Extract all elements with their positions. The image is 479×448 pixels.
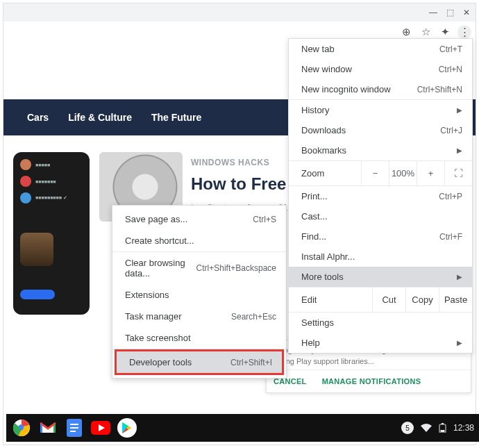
window-minimize-button[interactable]: — (428, 8, 438, 17)
submenu-extensions[interactable]: Extensions (112, 284, 286, 306)
menu-find[interactable]: Find...Ctrl+F (289, 226, 472, 247)
menu-cast[interactable]: Cast... (289, 206, 472, 226)
menu-help[interactable]: Help▶ (289, 333, 472, 353)
notification-count-badge[interactable]: 5 (401, 422, 414, 434)
edit-copy-button[interactable]: Copy (405, 288, 439, 312)
menu-print[interactable]: Print...Ctrl+P (289, 186, 472, 206)
fullscreen-button[interactable]: ⛶ (444, 161, 472, 185)
svg-rect-3 (70, 424, 78, 425)
wifi-icon (421, 424, 432, 432)
svg-rect-9 (440, 430, 444, 432)
nav-item-future[interactable]: The Future (151, 112, 201, 123)
chrome-main-menu: New tabCtrl+T New windowCtrl+N New incog… (288, 38, 473, 354)
submenu-task-manager[interactable]: Task managerSearch+Esc (112, 306, 286, 327)
notif-body: dating Play support libraries... (267, 357, 471, 370)
zoom-label: Zoom (289, 161, 361, 185)
edit-paste-button[interactable]: Paste (439, 288, 472, 312)
menu-new-tab[interactable]: New tabCtrl+T (289, 39, 472, 59)
play-store-app-icon[interactable] (117, 418, 137, 438)
edit-label: Edit (289, 288, 372, 312)
submenu-create-shortcut[interactable]: Create shortcut... (112, 230, 286, 251)
extensions-icon[interactable]: ✦ (438, 25, 452, 39)
menu-history[interactable]: History▶ (289, 100, 472, 120)
star-icon[interactable]: ☆ (419, 25, 432, 39)
battery-icon (439, 423, 446, 433)
gmail-app-icon[interactable] (38, 418, 58, 438)
submenu-clear-data[interactable]: Clear browsing data...Ctrl+Shift+Backspa… (112, 252, 286, 284)
more-menu-icon[interactable]: ⋮ (457, 25, 471, 39)
menu-bookmarks[interactable]: Bookmarks▶ (289, 140, 472, 160)
menu-edit: Edit Cut Copy Paste (289, 288, 472, 312)
nav-item-life[interactable]: Life & Culture (68, 112, 132, 123)
zoom-out-button[interactable]: − (361, 161, 389, 185)
zoom-value: 100% (389, 161, 417, 185)
shelf-taskbar: 5 12:38 (6, 414, 479, 442)
system-tray[interactable]: 5 12:38 (401, 422, 474, 434)
menu-incognito[interactable]: New incognito windowCtrl+Shift+N (289, 79, 472, 99)
more-tools-submenu: Save page as...Ctrl+S Create shortcut...… (112, 205, 287, 379)
submenu-save-page[interactable]: Save page as...Ctrl+S (112, 208, 286, 230)
zoom-in-button[interactable]: + (417, 161, 444, 185)
add-tab-icon[interactable]: ⊕ (399, 25, 413, 39)
phone-mock-image: ■■■■■ ■■■■■■■ ■■■■■■■■■ ✔ (13, 152, 90, 315)
window-maximize-button[interactable]: ⬚ (445, 8, 455, 17)
window-titlebar: — ⬚ ✕ (3, 3, 476, 22)
svg-rect-8 (442, 423, 444, 424)
window-close-button[interactable]: ✕ (462, 8, 471, 17)
menu-zoom: Zoom − 100% + ⛶ (289, 161, 472, 185)
submenu-developer-tools[interactable]: Developer toolsCtrl+Shift+I (117, 351, 282, 373)
youtube-app-icon[interactable] (91, 418, 110, 438)
menu-new-window[interactable]: New windowCtrl+N (289, 59, 472, 79)
svg-rect-5 (70, 431, 76, 432)
menu-downloads[interactable]: DownloadsCtrl+J (289, 120, 472, 140)
svg-rect-4 (70, 427, 78, 429)
submenu-screenshot[interactable]: Take screenshot (112, 327, 286, 349)
notif-manage-button[interactable]: MANAGE NOTIFICATIONS (322, 377, 421, 385)
edit-cut-button[interactable]: Cut (372, 288, 405, 312)
menu-settings[interactable]: Settings (289, 313, 472, 333)
menu-install[interactable]: Install Alphr... (289, 247, 472, 267)
nav-item-cars[interactable]: Cars (27, 112, 49, 123)
chrome-app-icon[interactable] (12, 418, 31, 438)
docs-app-icon[interactable] (65, 418, 84, 438)
clock-time: 12:38 (453, 423, 474, 433)
menu-more-tools[interactable]: More tools▶ (289, 267, 472, 287)
